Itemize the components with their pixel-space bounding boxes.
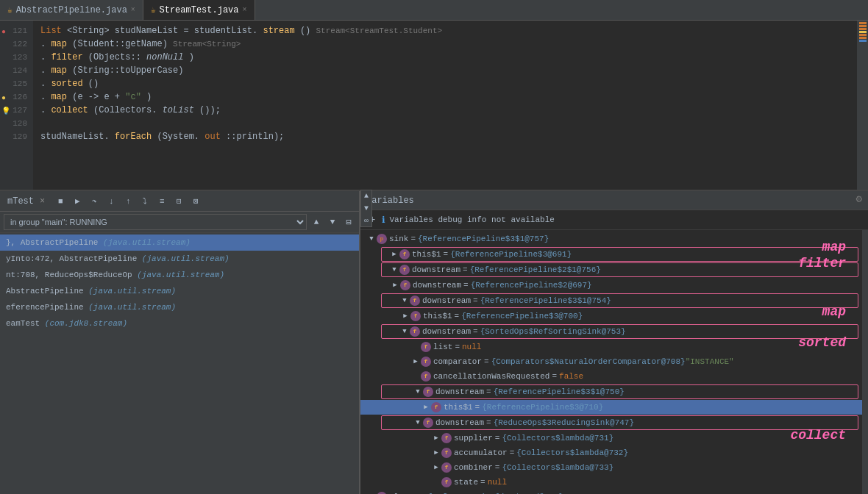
code-area: ● 121 122 123 124 125 ● 126 💡 127 128 12… — [0, 21, 868, 190]
tab-stream-test-label: StreamTest.java — [160, 5, 239, 15]
var-row-supplier[interactable]: ▶ f supplier = {Collectors$lambda@731} — [360, 431, 862, 445]
var-row-this1-level3[interactable]: ▶ f this$1 = {ReferencePipeline$3@700} — [360, 309, 862, 323]
expand-this1-l3[interactable]: ▶ — [400, 309, 410, 323]
var-row-downstream2[interactable]: ▶ f downstream = {ReferencePipeline$2@69… — [360, 278, 862, 293]
expand-comparator[interactable]: ▶ — [410, 355, 421, 368]
expand-slot2[interactable]: ▶ — [366, 490, 377, 494]
var-row-list[interactable]: f list = null — [360, 340, 862, 354]
var-row-slot2[interactable]: ▶ p slot 2 = {ReferencePipeline$Head@686… — [360, 490, 862, 494]
var-icon-f: f — [399, 249, 410, 259]
side-down-btn[interactable]: ▼ — [361, 203, 371, 214]
code-line-129: studNameList. forEach (System. out ::pri… — [40, 130, 850, 143]
no-expand-list — [410, 340, 421, 354]
run-to-cursor-btn[interactable]: ⤵ — [138, 194, 152, 209]
variables-panel: ⚙ Variables + ℹ Variables debug info not… — [360, 191, 868, 494]
tab-abstract-pipeline-label: AbstractPipeline.java — [16, 5, 127, 15]
code-line-124: . map (String::toUpperCase) — [40, 64, 850, 77]
var-row-comparator[interactable]: ▶ f comparator = {Comparators$NaturalOrd… — [360, 354, 862, 369]
annotation-map-1: map — [822, 240, 846, 254]
stack-item-0[interactable]: }, AbstractPipeline (java.util.stream) — [0, 235, 359, 251]
thread-dropdown[interactable]: in group "main": RUNNING — [4, 214, 307, 230]
line-num-125: 125 — [0, 77, 27, 90]
stack-item-4[interactable]: eferencePipeline (java.util.stream) — [0, 299, 359, 315]
var-row-combiner[interactable]: ▶ f combiner = {Collectors$lambda@733} — [360, 460, 862, 475]
var-row-sorted[interactable]: ▼ f downstream = {SortedOps$RefSortingSi… — [382, 325, 858, 338]
expand-reduce[interactable]: ▼ — [413, 416, 423, 429]
line-numbers: ● 121 122 123 124 125 ● 126 💡 127 128 12… — [0, 21, 33, 190]
resume-btn[interactable]: ▶ — [70, 194, 85, 209]
line-num-123: 123 — [0, 51, 27, 64]
var-row-reduce[interactable]: ▼ f downstream = {ReduceOps$3ReducingSin… — [382, 416, 858, 429]
expand-this1[interactable]: ▶ — [389, 248, 399, 261]
var-icon-f15: f — [441, 462, 452, 473]
stack-item-1[interactable]: yInto:472, AbstractPipeline (java.util.s… — [0, 251, 359, 267]
scroll-mark-6 — [859, 37, 867, 39]
var-row-downstream3[interactable]: ▼ f downstream = {ReferencePipeline$3$1@… — [382, 294, 858, 307]
next-frame-btn[interactable]: ▼ — [326, 215, 339, 229]
var-row-this1-level5[interactable]: ▶ f this$1 = {ReferencePipeline$3@710} — [360, 400, 862, 415]
expand-accumulator[interactable]: ▶ — [431, 446, 441, 459]
tab-bar: ☕ AbstractPipeline.java × ☕ StreamTest.j… — [0, 0, 868, 21]
stack-item-5[interactable]: eamTest (com.jdk8.stream) — [0, 315, 359, 332]
debug-close-tab[interactable]: × — [40, 196, 45, 207]
frames-btn[interactable]: ⊟ — [171, 194, 186, 209]
var-icon-f11: f — [431, 402, 441, 412]
var-row-cancellation[interactable]: f cancellationWasRequested = false — [360, 369, 862, 384]
step-over-btn[interactable]: ↷ — [87, 194, 102, 209]
var-icon-f4: f — [410, 296, 420, 306]
tab-close-stream[interactable]: × — [243, 6, 247, 14]
var-row-downstream4[interactable]: ▼ f downstream = {ReferencePipeline$3$1@… — [382, 385, 858, 398]
stack-item-3[interactable]: AbstractPipeline (java.util.stream) — [0, 283, 359, 299]
expand-sink[interactable]: ▼ — [366, 232, 377, 246]
tab-close-abstract[interactable]: × — [131, 6, 135, 14]
var-row-this1[interactable]: ▶ f this$1 = {ReferencePipeline$3@691} — [382, 248, 858, 261]
var-icon-f3: f — [400, 280, 410, 290]
code-line-128 — [40, 117, 850, 130]
step-into-btn[interactable]: ↓ — [104, 194, 118, 209]
line-num-129: 129 — [0, 130, 27, 143]
stop-btn[interactable]: ■ — [53, 194, 68, 209]
evaluate-btn[interactable]: ≡ — [154, 194, 169, 209]
var-row-state[interactable]: f state = null — [360, 475, 862, 490]
side-scroll-btn[interactable]: ∞ — [361, 215, 371, 226]
filter-btn[interactable]: ⊟ — [342, 215, 355, 229]
prev-frame-btn[interactable]: ▲ — [310, 215, 323, 229]
expand-downstream1[interactable]: ▼ — [389, 263, 399, 276]
var-row-sink[interactable]: ▼ p sink = {ReferencePipeline$3$1@757} — [360, 232, 862, 246]
var-icon-p: p — [377, 234, 387, 244]
variables-title: Variables — [366, 196, 414, 206]
code-line-125: . sorted () — [40, 77, 850, 90]
var-row-sorted-box: ▼ f downstream = {SortedOps$RefSortingSi… — [381, 324, 858, 339]
scroll-mark-4 — [859, 31, 867, 33]
stack-item-2[interactable]: nt:708, ReduceOps$ReduceOp (java.util.st… — [0, 267, 359, 283]
expand-sorted[interactable]: ▼ — [399, 325, 410, 338]
stack-list: }, AbstractPipeline (java.util.stream) y… — [0, 233, 359, 494]
expand-downstream2[interactable]: ▶ — [390, 279, 400, 292]
step-out-btn[interactable]: ↑ — [121, 194, 135, 209]
line-num-121: ● 121 — [0, 24, 27, 37]
var-row-accumulator[interactable]: ▶ f accumulator = {Collectors$lambda@732… — [360, 445, 862, 460]
line-num-128: 128 — [0, 117, 27, 130]
variables-header: Variables — [360, 191, 868, 210]
thread-selector: in group "main": RUNNING ▲ ▼ ⊟ — [0, 212, 359, 233]
var-icon-f10: f — [423, 387, 433, 397]
expand-downstream3[interactable]: ▼ — [399, 294, 410, 307]
var-row-downstream1-box: ▼ f downstream = {ReferencePipeline$2$1@… — [381, 262, 858, 277]
expand-supplier[interactable]: ▶ — [431, 432, 441, 445]
code-line-122: . map (Student::getName) Stream<String> — [40, 37, 850, 51]
tab-stream-test[interactable]: ☕ StreamTest.java × — [143, 0, 255, 20]
code-line-126: . map (e -> e + "c" ) — [40, 90, 850, 104]
variables-btn[interactable]: ⊠ — [188, 194, 203, 209]
code-line-127: . collect (Collectors. toList ()); — [40, 104, 850, 117]
var-row-downstream3-box: ▼ f downstream = {ReferencePipeline$3$1@… — [381, 293, 858, 308]
expand-this1-l5[interactable]: ▶ — [421, 401, 431, 414]
side-up-btn[interactable]: ▲ — [361, 190, 371, 201]
variables-scrollbar[interactable] — [862, 230, 868, 494]
settings-icon[interactable]: ⚙ — [856, 193, 862, 205]
var-icon-f9: f — [421, 371, 431, 382]
tab-abstract-pipeline[interactable]: ☕ AbstractPipeline.java × — [0, 0, 143, 20]
code-content: List <String> studNameList = studentList… — [33, 21, 857, 190]
expand-downstream4[interactable]: ▼ — [413, 385, 423, 398]
expand-combiner[interactable]: ▶ — [431, 461, 441, 474]
var-row-downstream1[interactable]: ▼ f downstream = {ReferencePipeline$2$1@… — [382, 263, 858, 276]
